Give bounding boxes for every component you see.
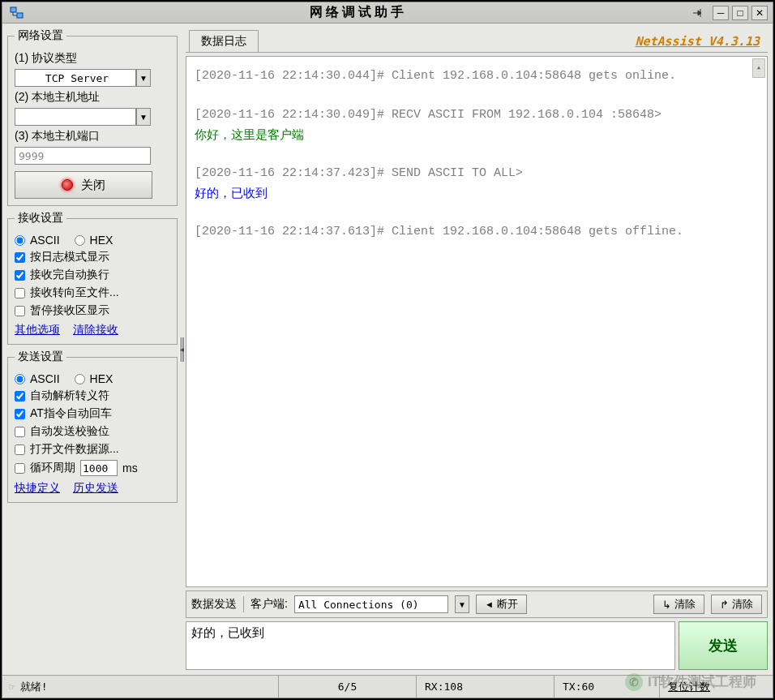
pin-icon[interactable] [688,6,706,20]
recv-check3-label[interactable]: 接收转向至文件... [30,286,119,300]
protocol-select[interactable] [15,69,136,87]
status-reset-label: 复位计数 [668,680,710,694]
recv-pause-check[interactable] [15,306,25,316]
close-button-label: 关闭 [81,178,105,193]
send-ascii-label[interactable]: ASCII [30,372,60,385]
minimize-button[interactable]: ─ [713,6,729,20]
recv-hex-label[interactable]: HEX [90,234,113,247]
host-dropdown-icon[interactable]: ▼ [136,108,151,126]
close-connection-button[interactable]: 关闭 [15,171,152,199]
send-check1-label[interactable]: 自动解析转义符 [30,389,109,403]
statusbar: ☞ 就绪! 6/5 RX:108 TX:60 复位计数 ✆ IT软件测试工程师 [2,675,773,698]
status-ready: ☞ 就绪! [2,676,278,698]
network-settings-legend: 网络设置 [15,28,66,43]
send-cycle-check[interactable] [15,463,25,474]
send-cycle-unit: ms [122,462,138,475]
hand-icon: ☞ [9,681,15,693]
send-hex-label[interactable]: HEX [90,372,113,385]
send-check2-label[interactable]: AT指令自动回车 [30,406,112,421]
send-ascii-radio[interactable] [15,374,25,384]
scrollbar-up-icon[interactable]: ▴ [752,58,765,78]
recv-log-mode-check[interactable] [15,252,25,263]
up-arrow-icon: ↱ [720,599,729,611]
client-label: 客户端: [250,597,288,612]
send-cycle-label[interactable]: 循环周期 [30,461,75,475]
recv-auto-newline-check[interactable] [15,270,25,281]
log-line [195,86,759,105]
status-ratio: 6/5 [278,676,416,698]
clear-recv-button[interactable]: ↳清除 [653,595,704,614]
recv-other-options-link[interactable]: 其他选项 [15,323,60,336]
send-file-source-check[interactable] [15,444,25,455]
tab-data-log[interactable]: 数据日志 [189,30,259,52]
protocol-dropdown-icon[interactable]: ▼ [136,69,151,87]
port-input[interactable] [15,147,151,165]
app-icon [6,5,28,21]
svg-rect-1 [17,13,23,18]
log-area[interactable]: ▴ [2020-11-16 22:14:30.044]# Client 192.… [186,56,768,587]
disconnect-label: 断开 [497,597,518,612]
log-line: [2020-11-16 22:14:37.613]# Client 192.16… [195,222,759,242]
clear2-label: 清除 [732,597,753,612]
recv-check4-label[interactable]: 暂停接收区显示 [30,303,109,318]
status-tx: TX:60 [554,676,659,698]
log-line: 你好，这里是客户端 [195,125,759,144]
send-settings-group: 发送设置 ASCII HEX 自动解析转义符 AT指令自动回车 自动发送校验位 … [7,350,178,503]
recv-settings-legend: 接收设置 [15,211,66,225]
clear1-label: 清除 [674,597,696,612]
connection-select[interactable] [294,595,448,613]
log-line: [2020-11-16 22:14:37.423]# SEND ASCII TO… [195,164,759,183]
recv-hex-radio[interactable] [75,235,85,246]
status-reset[interactable]: 复位计数 [659,676,773,698]
send-hex-radio[interactable] [75,374,85,384]
network-settings-group: 网络设置 (1) 协议类型 ▼ (2) 本地主机地址 ▼ (3) 本地主机端口 … [7,28,178,206]
log-line: [2020-11-16 22:14:30.049]# RECV ASCII FR… [195,105,759,125]
disconnect-button[interactable]: ◄断开 [476,595,527,614]
recv-check1-label[interactable]: 按日志模式显示 [30,250,109,264]
version-link[interactable]: NetAssist V4.3.13 [635,34,760,52]
status-rx: RX:108 [416,676,554,698]
log-line: [2020-11-16 22:14:30.044]# Client 192.16… [195,67,759,86]
recv-clear-link[interactable]: 清除接收 [73,323,118,336]
recv-ascii-label[interactable]: ASCII [30,234,60,247]
send-checksum-check[interactable] [15,427,25,437]
splitter-grip-icon: ◂ [179,337,184,362]
app-window: 网络调试助手 ─ □ ✕ 网络设置 (1) 协议类型 ▼ (2) 本地主机地址 … [2,2,773,698]
protocol-label: (1) 协议类型 [15,51,170,66]
send-escape-check[interactable] [15,391,25,402]
send-at-cr-check[interactable] [15,409,25,419]
log-line [195,203,759,222]
send-text-input[interactable] [186,621,675,670]
send-shortcut-link[interactable]: 快捷定义 [15,481,60,494]
host-label: (2) 本地主机地址 [15,90,170,105]
down-arrow-icon: ↳ [662,599,671,611]
sidebar: 网络设置 (1) 协议类型 ▼ (2) 本地主机地址 ▼ (3) 本地主机端口 … [7,28,178,670]
recv-settings-group: 接收设置 ASCII HEX 按日志模式显示 接收完自动换行 接收转向至文件..… [7,211,178,345]
send-button[interactable]: 发送 [679,621,768,670]
host-select[interactable] [15,108,136,126]
close-window-button[interactable]: ✕ [751,6,768,20]
clear-send-button[interactable]: ↱清除 [711,595,762,614]
recv-check2-label[interactable]: 接收完自动换行 [30,268,109,282]
status-dot-icon [62,179,73,191]
recv-to-file-check[interactable] [15,288,25,298]
send-cycle-input[interactable] [80,460,118,476]
send-check3-label[interactable]: 自动发送校验位 [30,424,109,439]
log-line: 好的，已收到 [195,183,759,203]
left-arrow-icon: ◄ [485,599,494,609]
port-label: (3) 本地主机端口 [15,129,170,144]
svg-rect-0 [11,7,16,12]
send-toolbar: 数据发送 客户端: ▼ ◄断开 ↳清除 ↱清除 [186,590,768,618]
status-ready-label: 就绪! [20,680,48,694]
window-title: 网络调试助手 [28,4,688,21]
log-line [195,144,759,164]
main-panel: 数据日志 NetAssist V4.3.13 ▴ [2020-11-16 22:… [186,28,768,670]
send-check4-label[interactable]: 打开文件数据源... [30,442,119,457]
connection-dropdown-icon[interactable]: ▼ [455,595,469,613]
send-settings-legend: 发送设置 [15,350,66,364]
maximize-button[interactable]: □ [732,6,748,20]
send-history-link[interactable]: 历史发送 [73,481,118,494]
titlebar: 网络调试助手 ─ □ ✕ [2,2,773,24]
recv-ascii-radio[interactable] [15,235,25,246]
splitter[interactable]: ◂ [178,28,186,670]
